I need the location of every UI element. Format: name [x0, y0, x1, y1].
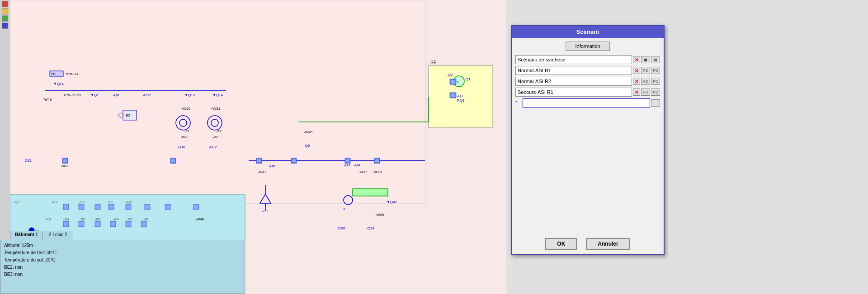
svg-text:▼Q47: ▼Q47 — [387, 200, 397, 204]
svg-text:▼Q13: ▼Q13 — [184, 93, 195, 97]
svg-text:-W1: -W1 — [212, 135, 219, 139]
svg-text:-T1: -T1 — [184, 129, 190, 133]
svg-rect-44 — [292, 159, 296, 163]
scenario-input-1[interactable] — [515, 55, 632, 64]
svg-text:-F1: -F1 — [108, 200, 113, 204]
svg-text:-Q8: -Q8 — [113, 93, 119, 97]
scenarii-dialog: Scénarii Information ✕ ▦ ▨ ✕ F2 P2 ✕ F2 … — [511, 25, 665, 255]
svg-rect-38 — [171, 159, 175, 163]
scenario-icon-grid2-2[interactable]: P2 — [651, 67, 660, 74]
scenario-x-btn-3[interactable]: ✕ — [633, 78, 640, 85]
svg-rect-103 — [110, 221, 116, 227]
svg-text:-Q1: -Q1 — [464, 77, 471, 81]
scenario-icon-grid1-4[interactable]: F2 — [641, 89, 650, 96]
svg-text:-Q1: -Q1 — [457, 94, 463, 98]
be3-status: BE3: non — [4, 271, 240, 278]
tab-local2[interactable]: 2 Local 2 — [44, 231, 72, 240]
svg-text:PR: PR — [51, 72, 56, 76]
svg-rect-52 — [375, 159, 379, 163]
svg-rect-104 — [126, 221, 131, 227]
scenario-x-btn-1[interactable]: ✕ — [633, 56, 640, 63]
svg-text:-W48: -W48 — [43, 98, 52, 102]
scenario-input-3[interactable] — [515, 77, 632, 86]
svg-rect-85 — [108, 204, 114, 210]
svg-text:-Q10: -Q10 — [177, 145, 185, 149]
svg-text:-Q24: -Q24 — [366, 226, 374, 230]
ok-button[interactable]: OK — [545, 238, 577, 250]
tab-batiment1[interactable]: Bâtiment 1 — [10, 231, 43, 240]
svg-text:-W3: -W3 — [61, 164, 68, 168]
new-scenario-icon-btn[interactable] — [651, 99, 660, 107]
svg-text:-Q2: -Q2 — [126, 200, 132, 204]
svg-text:-Q3: -Q3 — [344, 163, 350, 167]
svg-text:○: ○ — [457, 80, 459, 84]
scenario-x-btn-2[interactable]: ✕ — [633, 67, 640, 74]
svg-text:-K5: -K5 — [127, 217, 132, 221]
svg-text:-Q4: -Q4 — [354, 163, 360, 167]
cancel-button[interactable]: Annuler — [586, 238, 630, 250]
svg-text:-Q5: -Q5 — [269, 164, 275, 168]
svg-rect-48 — [345, 159, 350, 163]
svg-text:▼Q1: ▼Q1 — [456, 98, 465, 103]
be2-status: BE2: non — [4, 264, 240, 271]
scenario-icon-grid2-1[interactable]: ▨ — [651, 56, 660, 63]
svg-rect-40 — [257, 159, 261, 163]
new-scenario-row: * — [515, 98, 660, 107]
svg-text:-B5: -B5 — [80, 217, 85, 221]
svg-text:-K4: -K4 — [113, 217, 119, 221]
svg-text:-B4: -B4 — [63, 217, 69, 221]
svg-rect-70 — [450, 79, 456, 84]
svg-text:+PR-G1: +PR-G1 — [65, 72, 79, 76]
svg-rect-82 — [63, 204, 69, 210]
scenario-icon-grid1-2[interactable]: F2 — [641, 67, 650, 74]
svg-text:+PR-DS99: +PR-DS99 — [63, 93, 81, 97]
scenario-row-1: ✕ ▦ ▨ — [515, 55, 660, 64]
svg-rect-83 — [79, 204, 84, 210]
scenario-input-2[interactable] — [515, 66, 632, 75]
scenario-x-btn-4[interactable]: ✕ — [633, 89, 640, 96]
scenario-icon-grid2-4[interactable]: P2 — [651, 89, 660, 96]
toolbar-btn-2[interactable] — [2, 8, 8, 14]
svg-text:SE: SE — [430, 60, 437, 65]
dialog-titlebar: Scénarii — [512, 26, 664, 38]
svg-text:DS6: DS6 — [338, 226, 345, 230]
svg-rect-86 — [126, 204, 131, 210]
svg-text:▼Q14: ▼Q14 — [212, 93, 223, 97]
scenario-icon-grid1-3[interactable]: F2 — [641, 78, 650, 85]
svg-text:-F3: -F3 — [52, 200, 58, 204]
new-scenario-input[interactable] — [523, 98, 650, 107]
toolbar-btn-4[interactable] — [2, 23, 8, 29]
svg-text:▼Q11: ▼Q11 — [53, 82, 64, 86]
svg-text:+W51: +W51 — [211, 107, 221, 111]
svg-text:-T2: -T2 — [216, 129, 222, 133]
svg-rect-72 — [450, 93, 456, 98]
svg-text:B2: B2 — [126, 113, 130, 117]
svg-text:-Q1: -Q1 — [14, 200, 20, 204]
svg-rect-35 — [63, 159, 67, 163]
svg-text:-W45: -W45 — [195, 217, 204, 221]
status-bar: Altitude: 125m Température de l'air: 30°… — [0, 240, 244, 294]
svg-text:-W47: -W47 — [258, 170, 267, 174]
toolbar-btn-1[interactable] — [2, 1, 8, 7]
toolbar-btn-3[interactable] — [2, 15, 8, 22]
scenario-input-4[interactable] — [515, 88, 632, 97]
svg-text:-W28: -W28 — [373, 170, 382, 174]
svg-text:-DS2: -DS2 — [143, 93, 151, 97]
altitude-status: Altitude: 125m — [4, 242, 240, 249]
svg-text:-DS1: -DS1 — [24, 159, 32, 163]
tabs-bar: Bâtiment 1 2 Local 2 — [10, 231, 254, 240]
information-button[interactable]: Information — [566, 42, 609, 51]
scenario-icon-grid1-1[interactable]: ▦ — [641, 56, 650, 63]
svg-text:-Q5: -Q5 — [304, 144, 310, 148]
svg-rect-88 — [165, 204, 170, 210]
svg-rect-101 — [79, 221, 84, 227]
svg-text:+W50: +W50 — [181, 107, 191, 111]
svg-text:T3: T3 — [341, 207, 345, 211]
scenario-row-4: ✕ F2 P2 — [515, 88, 660, 97]
svg-text:-W29: -W29 — [375, 213, 384, 217]
svg-text:-K6: -K6 — [142, 217, 148, 221]
svg-text:-W46: -W46 — [304, 130, 313, 134]
scenario-icon-grid2-3[interactable]: P2 — [651, 78, 660, 85]
svg-text:-B6: -B6 — [95, 217, 101, 221]
svg-text:▼Q7: ▼Q7 — [90, 93, 99, 97]
